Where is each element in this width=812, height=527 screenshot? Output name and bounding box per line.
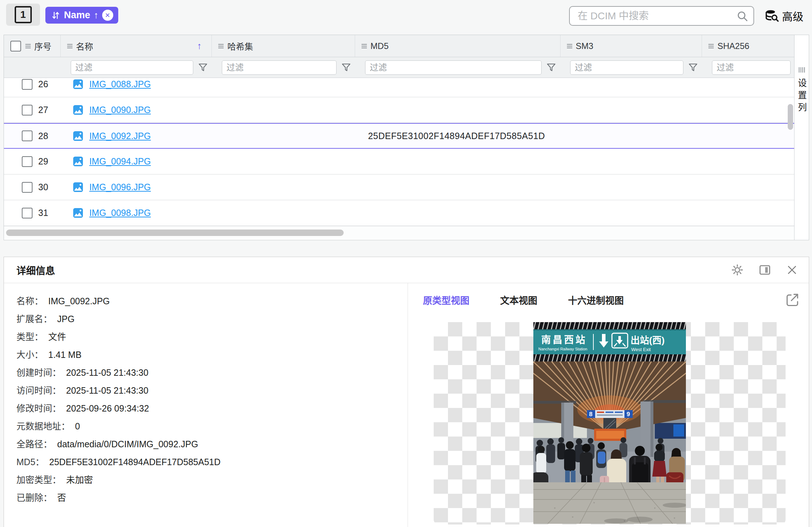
tab-original-view[interactable]: 原类型视图 xyxy=(423,293,469,306)
settings-columns-label: 设置列 xyxy=(795,78,808,115)
filter-funnel-icon[interactable] xyxy=(688,62,698,73)
settings-columns-button[interactable]: 设置列 xyxy=(794,35,809,240)
sign-station-en: Nanchangxi Railway Station xyxy=(538,347,587,351)
top-toolbar: 1 Name ↑ ✕ xyxy=(0,0,812,35)
platform-9-label: 9 xyxy=(627,411,630,418)
preview-tabs: 原类型视图 文本视图 十六进制视图 xyxy=(423,293,624,306)
field-label: 扩展名： xyxy=(16,312,52,325)
search-input[interactable] xyxy=(570,7,736,25)
image-file-icon[interactable] xyxy=(73,79,84,90)
field-value: 0 xyxy=(75,421,80,432)
file-link[interactable]: IMG_0092.JPG xyxy=(89,131,151,141)
column-menu-icon xyxy=(567,44,572,48)
selection-count-button[interactable]: 1 xyxy=(6,4,40,26)
advanced-label: 高级 xyxy=(782,8,803,24)
file-link[interactable]: IMG_0098.JPG xyxy=(89,208,151,218)
field-value: 2025-09-26 09:34:32 xyxy=(66,403,149,414)
gear-icon[interactable] xyxy=(731,264,744,276)
field-label: 修改时间： xyxy=(16,401,61,414)
filter-cell-hashset xyxy=(212,57,355,78)
filter-cell-sm3 xyxy=(560,57,702,78)
field-label: 类型： xyxy=(16,330,43,343)
row-checkbox[interactable] xyxy=(22,105,33,115)
file-link[interactable]: IMG_0090.JPG xyxy=(89,105,151,115)
file-table: 序号 名称 ↑ 哈希集 MD5 SM3 xyxy=(4,35,809,240)
column-header-sm3[interactable]: SM3 xyxy=(561,35,702,57)
remove-sort-icon[interactable]: ✕ xyxy=(102,10,113,21)
select-all-checkbox[interactable] xyxy=(10,41,21,51)
tab-text-view[interactable]: 文本视图 xyxy=(500,293,537,306)
filter-input-sm3[interactable] xyxy=(570,60,683,75)
advanced-search-button[interactable]: 高级 xyxy=(764,7,803,24)
row-checkbox[interactable] xyxy=(22,182,33,193)
row-checkbox[interactable] xyxy=(22,79,33,90)
field-label: 元数据地址： xyxy=(16,419,70,432)
sign-exit-en: West Exit xyxy=(631,347,651,352)
row-index: 27 xyxy=(38,105,48,115)
field-label: 访问时间： xyxy=(16,383,61,396)
image-file-icon[interactable] xyxy=(73,182,84,193)
column-header-name[interactable]: 名称 ↑ xyxy=(61,35,212,57)
horizontal-scrollbar-thumb[interactable] xyxy=(6,230,344,236)
open-external-icon[interactable] xyxy=(784,292,800,309)
column-label-hashset: 哈希集 xyxy=(227,40,253,52)
sort-chip-name[interactable]: Name ↑ ✕ xyxy=(45,7,118,24)
column-menu-icon xyxy=(218,44,224,48)
table-row[interactable]: 29 IMG_0094.JPG xyxy=(4,149,794,174)
row-index: 31 xyxy=(38,208,48,218)
filter-input-hashset[interactable] xyxy=(222,60,337,75)
filter-funnel-icon[interactable] xyxy=(546,62,557,73)
table-row-selected[interactable]: 28 IMG_0092.JPG 25DEF5E31002F14894ADEF17… xyxy=(4,123,794,149)
table-row[interactable]: 31 IMG_0098.JPG xyxy=(4,200,794,226)
table-row[interactable]: 26 IMG_0088.JPG xyxy=(4,78,794,97)
image-file-icon[interactable] xyxy=(73,156,84,167)
file-link[interactable]: IMG_0096.JPG xyxy=(89,182,151,192)
column-header-sha256[interactable]: SHA256 xyxy=(702,35,794,57)
close-icon[interactable] xyxy=(786,264,798,276)
image-file-icon[interactable] xyxy=(73,104,84,115)
table-header-row: 序号 名称 ↑ 哈希集 MD5 SM3 xyxy=(4,35,794,57)
filter-funnel-icon[interactable] xyxy=(198,62,208,73)
tab-hex-view[interactable]: 十六进制视图 xyxy=(568,293,624,306)
image-file-icon[interactable] xyxy=(73,207,84,218)
horizontal-scrollbar[interactable] xyxy=(4,226,794,239)
file-link[interactable]: IMG_0088.JPG xyxy=(89,79,151,89)
column-label-index: 序号 xyxy=(34,40,51,52)
table-filter-row xyxy=(4,57,794,78)
file-properties: 名称：IMG_0092.JPG 扩展名：JPG 类型：文件 大小：1.41 MB… xyxy=(4,283,408,527)
forensic-file-browser: 1 Name ↑ ✕ xyxy=(0,0,812,527)
field-value: 2025-11-05 21:43:30 xyxy=(66,368,148,378)
field-value: 2025-11-05 21:43:30 xyxy=(66,385,148,396)
column-header-index[interactable]: 序号 xyxy=(4,35,61,57)
search-icon[interactable] xyxy=(736,10,748,22)
column-header-hashset[interactable]: 哈希集 xyxy=(212,35,355,57)
split-panel-icon[interactable] xyxy=(758,263,772,277)
sort-icon xyxy=(51,11,60,20)
row-checkbox[interactable] xyxy=(22,156,33,167)
column-menu-icon xyxy=(25,44,31,48)
column-label-sha256: SHA256 xyxy=(717,41,749,51)
sort-asc-arrow-icon: ↑ xyxy=(197,40,201,51)
filter-funnel-icon[interactable] xyxy=(341,62,352,73)
filter-input-sha256[interactable] xyxy=(712,60,791,75)
field-value: data/media/0/DCIM/IMG_0092.JPG xyxy=(57,439,198,449)
column-label-md5: MD5 xyxy=(370,41,389,51)
column-header-md5[interactable]: MD5 xyxy=(355,35,560,57)
columns-icon xyxy=(799,67,805,73)
vertical-scrollbar-thumb[interactable] xyxy=(788,104,793,130)
photo-preview-img-0092[interactable]: 南昌西站 Nanchangxi Railway Station 出站(西) W xyxy=(533,322,686,524)
preview-pane: 原类型视图 文本视图 十六进制视图 xyxy=(408,283,809,527)
row-checkbox[interactable] xyxy=(22,130,33,141)
sign-exit-cn: 出站(西) xyxy=(631,335,664,346)
file-link[interactable]: IMG_0094.JPG xyxy=(89,156,151,167)
field-label: 已删除： xyxy=(16,491,52,503)
table-row[interactable]: 30 IMG_0096.JPG xyxy=(4,174,794,200)
filter-input-name[interactable] xyxy=(71,60,193,75)
filter-input-md5[interactable] xyxy=(365,60,542,75)
field-value: 未加密 xyxy=(66,473,93,486)
row-checkbox[interactable] xyxy=(22,208,33,218)
table-row[interactable]: 27 IMG_0090.JPG xyxy=(4,97,794,123)
image-file-icon[interactable] xyxy=(73,130,84,142)
column-label-name: 名称 xyxy=(76,40,93,52)
sign-station-cn: 南昌西站 xyxy=(541,335,587,345)
